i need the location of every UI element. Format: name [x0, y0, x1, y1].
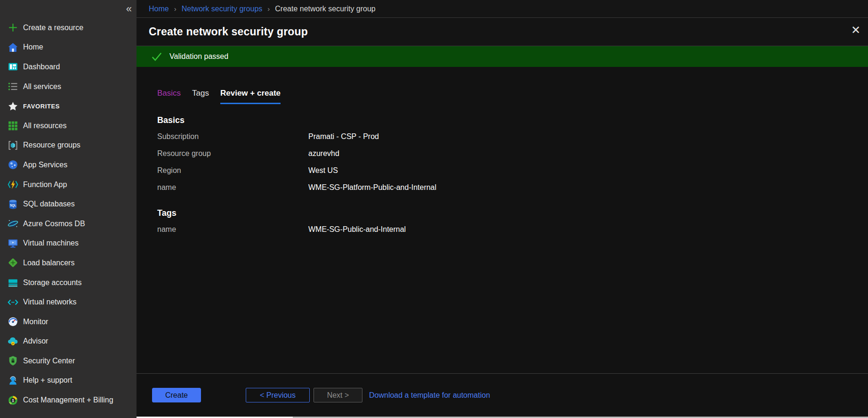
- previous-button[interactable]: < Previous: [246, 388, 310, 402]
- sidebar-item-dashboard[interactable]: Dashboard: [0, 57, 137, 77]
- breadcrumb-home-link[interactable]: Home: [149, 5, 169, 13]
- sidebar-item-label: Dashboard: [23, 63, 60, 71]
- footer-action-bar: Create < Previous Next > Download a temp…: [137, 373, 868, 417]
- lightning-icon: [7, 179, 19, 190]
- sidebar-item-all-services[interactable]: All services: [0, 77, 137, 97]
- row-label: Resource group: [157, 149, 308, 158]
- sidebar-item-label: Virtual networks: [23, 298, 77, 306]
- review-row-name: name WME-SG-Platform-Public-and-Internal: [157, 179, 868, 196]
- row-label: name: [157, 225, 308, 234]
- row-label: Region: [157, 166, 308, 175]
- review-row-region: Region West US: [157, 162, 868, 179]
- sidebar-item-label: Security Center: [23, 357, 75, 365]
- sidebar-item-label: Help + support: [23, 376, 72, 385]
- sidebar-item-label: Storage accounts: [23, 279, 82, 287]
- sidebar-item-label: Monitor: [23, 318, 48, 326]
- network-brackets-icon: [7, 296, 19, 308]
- tags-rows: name WME-SG-Public-and-Internal: [157, 221, 868, 238]
- gauge-icon: [7, 316, 19, 328]
- sidebar-item-label: Function App: [23, 180, 67, 189]
- home-icon: [7, 41, 19, 53]
- sidebar-item-storage-accounts[interactable]: Storage accounts: [0, 273, 137, 293]
- checkmark-icon: [151, 50, 163, 63]
- tab-tags[interactable]: Tags: [192, 89, 209, 104]
- sidebar-item-label: App Services: [23, 161, 67, 169]
- star-icon: [7, 100, 19, 112]
- breadcrumb-separator: ›: [174, 5, 177, 13]
- sidebar-section-favorites: FAVORITES: [0, 96, 137, 116]
- tags-section-heading: Tags: [157, 208, 868, 218]
- sidebar-item-resource-groups[interactable]: Resource groups: [0, 136, 137, 156]
- database-icon: SQL: [7, 198, 19, 210]
- row-value: WME-SG-Public-and-Internal: [308, 225, 406, 234]
- dashboard-icon: [7, 61, 19, 73]
- sidebar-item-label: Advisor: [23, 337, 48, 345]
- sidebar-item-virtual-networks[interactable]: Virtual networks: [0, 292, 137, 312]
- diamond-balancer-icon: [7, 257, 19, 269]
- svg-text:SQL: SQL: [10, 204, 16, 207]
- validation-banner: Validation passed: [137, 46, 868, 67]
- sidebar-item-label: SQL databases: [23, 200, 75, 208]
- sidebar-item-monitor[interactable]: Monitor: [0, 312, 137, 332]
- planet-icon: [7, 218, 19, 229]
- grid-icon: [7, 120, 19, 131]
- sidebar-collapse-icon[interactable]: «: [126, 4, 132, 14]
- sidebar-item-azure-cosmos-db[interactable]: Azure Cosmos DB: [0, 214, 137, 234]
- sidebar-item-home[interactable]: Home: [0, 38, 137, 57]
- validation-status-text: Validation passed: [169, 52, 228, 61]
- sidebar-item-label: Resource groups: [23, 141, 80, 149]
- sidebar-item-label: Home: [23, 43, 43, 51]
- sidebar-nav: Create a resource Home Dashboard All ser…: [0, 18, 137, 410]
- tab-review-create[interactable]: Review + create: [220, 89, 281, 104]
- svg-text:$: $: [12, 398, 14, 402]
- sidebar-item-app-services[interactable]: App Services: [0, 155, 137, 175]
- create-button[interactable]: Create: [152, 388, 201, 402]
- sidebar-item-label: Virtual machines: [23, 239, 79, 247]
- sidebar-item-label: Create a resource: [23, 24, 83, 32]
- main-content: Home › Network security groups › Create …: [137, 0, 868, 418]
- review-row-tag-name: name WME-SG-Public-and-Internal: [157, 221, 868, 238]
- basics-section-heading: Basics: [157, 115, 868, 125]
- sidebar-item-function-app[interactable]: Function App: [0, 175, 137, 195]
- sidebar-item-cost-management-billing[interactable]: $ Cost Management + Billing: [0, 390, 137, 410]
- sidebar-item-advisor[interactable]: Advisor: [0, 332, 137, 352]
- row-value: West US: [308, 166, 338, 175]
- title-bar: Create network security group ✕: [137, 18, 868, 46]
- sidebar-item-label: Load balancers: [23, 259, 74, 267]
- row-label: name: [157, 183, 308, 192]
- sidebar-item-label: Azure Cosmos DB: [23, 220, 85, 228]
- sidebar-section-label: FAVORITES: [23, 103, 60, 110]
- sidebar-item-create-a-resource[interactable]: Create a resource: [0, 18, 137, 38]
- cube-brackets-icon: [7, 139, 19, 151]
- storage-stack-icon: [7, 277, 19, 288]
- sidebar-item-all-resources[interactable]: All resources: [0, 116, 137, 136]
- sidebar-item-label: All services: [23, 82, 61, 91]
- basics-rows: Subscription Pramati - CSP - Prod Resour…: [157, 128, 868, 196]
- list-icon: [7, 81, 19, 92]
- sidebar-item-virtual-machines[interactable]: Virtual machines: [0, 234, 137, 254]
- close-icon[interactable]: ✕: [851, 25, 860, 36]
- plus-icon: [7, 22, 19, 33]
- tab-bar: Basics Tags Review + create: [157, 89, 868, 104]
- sidebar-item-help-support[interactable]: Help + support: [0, 371, 137, 391]
- review-row-resource-group: Resource group azurevhd: [157, 145, 868, 162]
- globe-icon: [7, 159, 19, 171]
- row-value: WME-SG-Platform-Public-and-Internal: [308, 183, 436, 192]
- cloud-badge-icon: [7, 336, 19, 347]
- shield-lock-icon: [7, 355, 19, 367]
- sidebar-item-label: Cost Management + Billing: [23, 396, 113, 404]
- azure-portal-window: « Create a resource Home Dashboard All s…: [0, 0, 868, 418]
- row-value: Pramati - CSP - Prod: [308, 132, 379, 141]
- sidebar-item-load-balancers[interactable]: Load balancers: [0, 253, 137, 273]
- support-person-icon: [7, 375, 19, 386]
- next-button[interactable]: Next >: [313, 388, 362, 402]
- download-template-link[interactable]: Download a template for automation: [369, 391, 490, 400]
- sidebar-item-sql-databases[interactable]: SQL SQL databases: [0, 194, 137, 214]
- row-label: Subscription: [157, 132, 308, 141]
- billing-donut-icon: $: [7, 394, 19, 406]
- row-value: azurevhd: [308, 149, 339, 158]
- sidebar-item-security-center[interactable]: Security Center: [0, 351, 137, 371]
- breadcrumb-nsg-link[interactable]: Network security groups: [182, 5, 263, 13]
- tab-basics[interactable]: Basics: [157, 89, 181, 104]
- sidebar-item-label: All resources: [23, 122, 66, 130]
